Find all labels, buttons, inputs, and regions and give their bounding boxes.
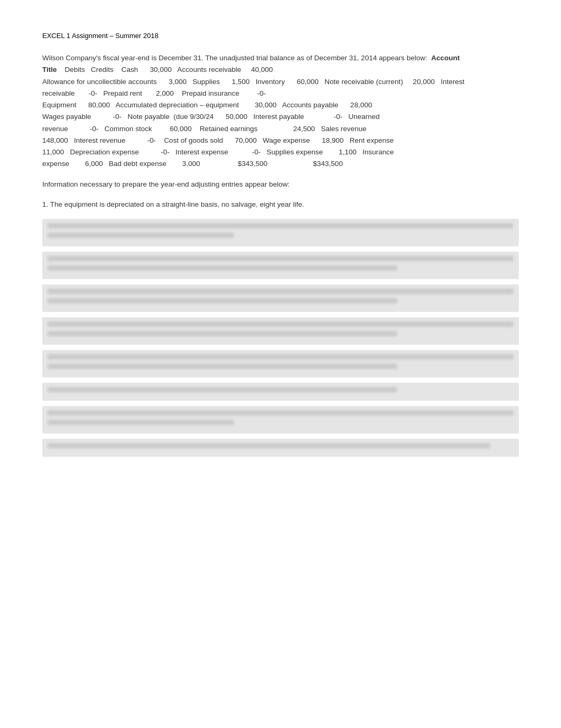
blurred-item-8 — [42, 406, 519, 434]
blurred-item-7 — [42, 383, 519, 401]
prepaid-insurance: Prepaid insurance — [182, 89, 239, 97]
blurred-item-9 — [42, 439, 519, 457]
info-header: Information necessary to prepare the yea… — [42, 179, 519, 190]
blurred-line — [48, 410, 513, 416]
blurred-item-4 — [42, 284, 519, 312]
blurred-line — [48, 289, 513, 294]
item-1: 1. The equipment is depreciated on a str… — [42, 199, 519, 210]
blurred-line — [48, 443, 490, 448]
blurred-item-3 — [42, 252, 519, 279]
blurred-line — [48, 233, 234, 238]
blurred-line — [48, 354, 513, 360]
blurred-item-6 — [42, 350, 519, 377]
blurred-item-2 — [42, 219, 519, 246]
blurred-content — [42, 219, 519, 457]
blurred-line — [48, 420, 234, 425]
intro-text: Wilson Company's fiscal year-end is Dece… — [42, 54, 427, 62]
main-content: Wilson Company's fiscal year-end is Dece… — [42, 52, 519, 457]
blurred-line — [48, 298, 397, 303]
blurred-line — [48, 265, 397, 271]
blurred-line — [48, 331, 397, 336]
cost-of-goods-sold: Cost of goods sold — [164, 136, 223, 144]
debit-total: $343,500 — [238, 160, 267, 168]
credit-total: $343,500 — [313, 160, 343, 168]
page-title: EXCEL 1 Assignment – Summer 2018 — [42, 32, 519, 40]
blurred-line — [48, 321, 513, 327]
blurred-item-5 — [42, 317, 519, 345]
blurred-line — [48, 256, 513, 261]
intro-paragraph: Wilson Company's fiscal year-end is Dece… — [42, 52, 519, 170]
blurred-line — [48, 223, 513, 228]
blurred-line — [48, 387, 397, 392]
retained-earnings: Retained earnings — [200, 125, 258, 133]
blurred-line — [48, 364, 397, 369]
